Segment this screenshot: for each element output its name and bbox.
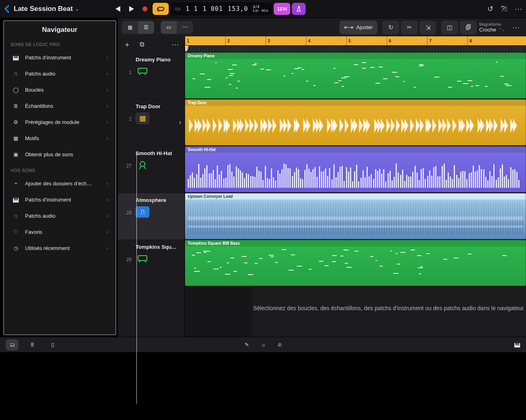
instrument-icon[interactable]: ▦ <box>136 113 149 124</box>
adjust-button[interactable]: ⇤⇥ Ajuster <box>339 21 377 34</box>
sidebar-item-label: Ajouter des dossiers d’éch… <box>25 181 92 187</box>
selection-tools: ◫ 🗐 <box>441 21 477 34</box>
sidebar-item-instrument-patches[interactable]: 🎹Patchs d’instrument› <box>7 49 112 65</box>
region-label: Trap Door <box>185 100 526 106</box>
pencil-tool-button[interactable]: ✎ <box>245 342 249 348</box>
region[interactable]: Tompkins Square 808 Bass <box>185 240 526 286</box>
instrument-icon[interactable]: ⎍ <box>136 206 149 218</box>
mixer-toggle-button[interactable]: 🎚 <box>26 339 39 351</box>
track-header[interactable]: 28 Atmosphere ⎍ <box>118 193 184 240</box>
region[interactable]: Dreamy Piano <box>185 52 526 99</box>
ruler-tick: 7 <box>427 36 432 45</box>
chevron-right-icon: › <box>106 180 108 187</box>
lcd-bars: 1 1 <box>186 5 198 13</box>
lcd-display[interactable]: 00 1 1 1 001 153,0 4/4 La♭ min <box>170 2 272 15</box>
more-icon[interactable]: ⋯ <box>515 4 522 13</box>
track-header[interactable]: 1 Dreamy Piano <box>118 52 184 99</box>
hint-text: Sélectionnez des boucles, des échantillo… <box>253 305 525 311</box>
sidebar-item-add-sample-folders[interactable]: ＋Ajouter des dossiers d’éch…› <box>7 175 112 191</box>
view-mode-segment[interactable]: ▦ ☰ <box>122 21 154 34</box>
track-header[interactable]: 27 Smooth Hi-Hat <box>118 146 184 193</box>
list-view-button[interactable]: ☰ <box>138 21 154 34</box>
track-name: Atmosphere <box>136 197 166 203</box>
snap-setting[interactable]: Magnétisme Croche⌃⌄ <box>479 22 507 33</box>
svg-rect-1 <box>138 68 147 73</box>
region-label: Dreamy Piano <box>185 53 526 59</box>
marquee-tool-button[interactable]: ◫ <box>441 21 458 34</box>
region-view-button[interactable]: ▭ <box>161 21 177 34</box>
automation-view-button[interactable]: 〰 <box>177 21 193 34</box>
sidebar-item-favorites[interactable]: ♡Favoris› <box>7 224 112 240</box>
browser-toggle-button[interactable]: 🗂 <box>6 339 19 351</box>
add-track-button[interactable]: ＋ <box>124 40 131 49</box>
project-title[interactable]: Late Session Beat ⌄ <box>14 5 79 13</box>
browser-title: Navigateur <box>4 26 115 34</box>
chevron-right-icon: › <box>106 54 108 61</box>
record-button[interactable] <box>139 3 151 15</box>
heart-icon: ♡ <box>11 229 20 235</box>
piano-plus-icon: 🎹 <box>11 197 20 203</box>
track-header[interactable]: 2 Trap Door ▦ › <box>118 99 184 146</box>
gear-icon: ⚙︎ <box>11 119 20 125</box>
playhead[interactable] <box>185 45 189 52</box>
piano-icon: 🎹 <box>11 55 20 61</box>
lcd-dim-prefix: 00 <box>174 6 181 12</box>
region-automation-segment[interactable]: ▭ 〰 <box>161 21 193 34</box>
scissors-tool-button[interactable]: ✂︎ <box>401 21 418 34</box>
sidebar-item-plugin-presets[interactable]: ⚙︎Préréglages de module› <box>7 114 112 130</box>
track-header[interactable]: 29 Tompkins Squ… <box>118 240 184 287</box>
metronome-button[interactable] <box>292 3 306 15</box>
waveform-plus-icon: ⎍ <box>11 213 20 219</box>
sidebar-item-label: Obtenir plus de sons <box>25 151 73 158</box>
sidebar-item-get-more-sounds[interactable]: ▣Obtenir plus de sons <box>7 146 112 162</box>
chevron-right-icon: › <box>106 70 108 77</box>
timeline-area[interactable]: 12345678 Dreamy PianoTrap DoorSmooth Hi-… <box>185 36 526 351</box>
sidebar-item-patterns[interactable]: ▦Motifs› <box>7 130 112 146</box>
sidebar-item-audio-patches[interactable]: ⎍Patchs audio› <box>7 65 112 82</box>
sidebar-item-user-audio-patches[interactable]: ⎍Patchs audio› <box>7 208 112 224</box>
transport-controls: 00 1 1 1 001 153,0 4/4 La♭ min 1234 <box>111 2 305 15</box>
svg-point-4 <box>140 162 145 166</box>
sidebar-item-user-instrument-patches[interactable]: 🎹Patchs d’instrument› <box>7 191 112 208</box>
snap-label: Magnétisme <box>479 22 501 27</box>
region[interactable]: Uptown Conveyor Lead <box>185 193 526 239</box>
project-title-text: Late Session Beat <box>14 5 73 13</box>
duplicate-track-button[interactable]: ⧉ <box>140 41 144 48</box>
display-mode-chip[interactable]: 1234 <box>274 3 290 15</box>
chevron-right-icon: › <box>106 119 108 125</box>
track-header-more-button[interactable]: ⋯ <box>172 40 179 49</box>
sidebar-item-loops[interactable]: ◯Boucles› <box>7 82 112 98</box>
grid-view-button[interactable]: ▦ <box>122 21 138 34</box>
sidebar-item-recently-used[interactable]: ◷Utilisés récemment› <box>7 240 112 256</box>
instrument-icon[interactable] <box>136 66 149 77</box>
clipboard-button[interactable]: 🗐 <box>460 21 477 34</box>
beat-ruler[interactable] <box>185 45 526 52</box>
clock-icon: ◷ <box>11 245 20 251</box>
cycle-button[interactable] <box>153 3 169 15</box>
browser-panel: Navigateur SONS DE LOGIC PRO 🎹Patchs d’i… <box>3 20 116 335</box>
brightness-tool-button[interactable]: ☼ <box>261 342 266 348</box>
sidebar-item-label: Patchs d’instrument <box>25 197 71 203</box>
inspector-toggle-button[interactable]: ▯ <box>46 339 59 351</box>
chevron-right-icon: › <box>106 103 108 109</box>
toolbar-more-button[interactable]: ⋯ <box>510 21 522 34</box>
region[interactable]: Trap Door <box>185 99 526 145</box>
instrument-icon[interactable] <box>136 160 149 171</box>
bar-ruler[interactable]: 12345678 <box>185 36 526 45</box>
help-icon[interactable]: ?⃝ <box>501 5 507 13</box>
trim-tool-button[interactable]: ⇲ <box>419 21 436 34</box>
keyboard-toggle-button[interactable]: 🎹 <box>514 342 520 348</box>
instrument-icon[interactable] <box>136 253 149 265</box>
undo-icon[interactable]: ↺ <box>487 4 493 13</box>
sliders-tool-button[interactable]: ⎚ <box>278 342 281 348</box>
chevron-right-icon: › <box>106 229 108 235</box>
region[interactable]: Smooth Hi-Hat <box>185 146 526 192</box>
browser-list-logic-sounds: 🎹Patchs d’instrument› ⎍Patchs audio› ◯Bo… <box>4 49 115 162</box>
back-button[interactable] <box>4 5 10 13</box>
loop-tool-button[interactable]: ↻ <box>382 21 399 34</box>
sidebar-item-samples[interactable]: 🗎Échantillons› <box>7 98 112 114</box>
go-to-start-button[interactable] <box>111 3 124 15</box>
play-button[interactable] <box>125 3 137 15</box>
grid-icon: ▦ <box>11 135 20 141</box>
track-expand-button[interactable]: › <box>179 119 181 126</box>
